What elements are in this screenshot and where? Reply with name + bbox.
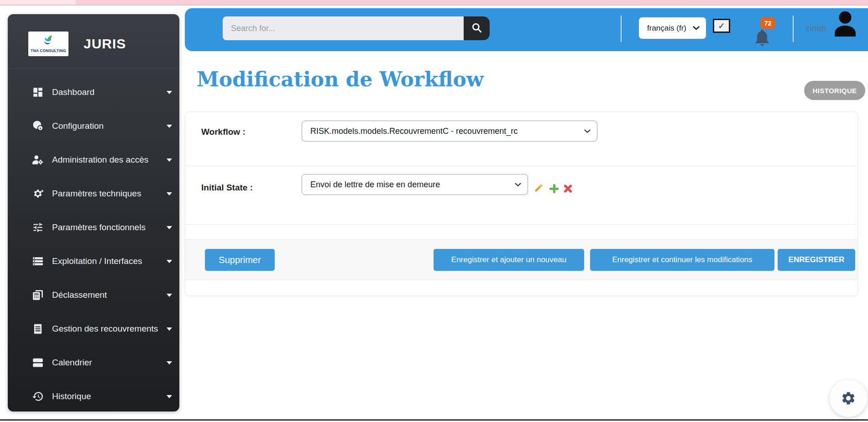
history-clock-icon (32, 390, 44, 402)
sidebar-item-gestion-recouvrements[interactable]: Gestion des recouvrements (8, 312, 179, 346)
sliders-icon (32, 222, 44, 233)
sidebar-item-parametres-fonctionnels[interactable]: Paramètres fonctionnels (8, 211, 179, 244)
sidebar-item-exploitation-interfaces[interactable]: Exploitation / Interfaces (8, 244, 179, 278)
browser-theme-strip (0, 0, 868, 5)
gear-sparkles-icon (32, 188, 44, 200)
enregistrer-button[interactable]: ENREGISTRER (778, 249, 855, 271)
bell-icon (752, 27, 772, 47)
notifications-bell[interactable]: 72 (752, 17, 779, 50)
user-avatar[interactable] (834, 10, 857, 42)
search-input[interactable] (223, 16, 464, 40)
search-button[interactable] (464, 16, 490, 40)
chevron-down-icon (167, 395, 172, 398)
topbar-divider (793, 16, 794, 42)
chevron-down-icon (167, 361, 172, 364)
chevron-down-icon (167, 327, 172, 331)
apply-language-checkbox[interactable]: ✓ (713, 19, 730, 33)
workflow-select[interactable]: RISK.models.models.RecouvrementC - recou… (302, 121, 597, 142)
form-row-divider (185, 224, 858, 225)
sidebar-item-parametres-techniques[interactable]: Paramètres techniques (8, 177, 179, 211)
pencil-icon (534, 183, 544, 195)
form-row-divider (185, 166, 858, 166)
page-title: Modification de Workflow (197, 68, 484, 91)
x-icon (563, 184, 572, 193)
workflow-form-card: Workflow : RISK.models.models.Recouvreme… (185, 111, 858, 296)
chevron-down-icon (167, 226, 172, 229)
logo-caption: TNA CONSULTING (31, 48, 66, 53)
chevron-down-icon (693, 26, 700, 30)
chevron-down-icon (515, 183, 521, 187)
sidebar-menu: Dashboard Configuration Administration d… (8, 75, 179, 413)
search-icon (471, 22, 483, 35)
sidebar-item-dashboard[interactable]: Dashboard (8, 75, 179, 109)
chevron-down-icon (167, 260, 172, 263)
configuration-icon (32, 120, 44, 132)
calculator-copy-icon (32, 289, 44, 301)
notification-count-badge: 72 (760, 17, 775, 29)
initial-state-select[interactable]: Envoi de lettre de mise en demeure (302, 174, 528, 195)
user-icon (834, 10, 857, 42)
supprimer-button[interactable]: Supprimer (205, 249, 275, 271)
window-bottom-edge (0, 419, 868, 421)
initial-state-label: Initial State : (201, 183, 253, 193)
sidebar-item-historique[interactable]: Historique (8, 380, 179, 413)
chevron-down-icon (167, 125, 172, 128)
chevron-down-icon (584, 129, 591, 133)
calendar-bars-icon (32, 357, 44, 369)
save-and-continue-button[interactable]: Enregistrer et continuer les modificatio… (590, 249, 774, 271)
topbar-divider (621, 16, 622, 42)
tna-leaf-icon (41, 35, 56, 48)
save-and-add-button[interactable]: Enregistrer et ajouter un nouveau (434, 249, 584, 271)
user-gear-icon (32, 154, 44, 166)
language-select[interactable]: français (fr) (639, 17, 706, 39)
plus-icon (549, 184, 559, 193)
settings-fab[interactable] (830, 380, 867, 417)
sidebar-item-administration-acces[interactable]: Administration des accès (8, 143, 179, 177)
browser-theme-strip-light (0, 0, 76, 5)
workflow-label: Workflow : (201, 127, 246, 137)
add-initial-state-button[interactable] (549, 183, 559, 194)
app-window: TNA CONSULTING JURIS Dashboard Configura… (0, 0, 868, 422)
sidebar-item-declassement[interactable]: Déclassement (8, 278, 179, 312)
check-icon: ✓ (718, 21, 725, 31)
historique-button[interactable]: HISTORIQUE (804, 81, 865, 100)
app-brand: JURIS (84, 36, 126, 52)
sidebar: TNA CONSULTING JURIS Dashboard Configura… (8, 14, 179, 411)
chevron-down-icon (167, 91, 172, 94)
topbar: français (fr) ✓ 72 zineb (185, 8, 868, 51)
tna-consulting-logo[interactable]: TNA CONSULTING (28, 32, 68, 56)
chevron-down-icon (167, 158, 172, 162)
gear-icon (841, 390, 856, 406)
delete-initial-state-button[interactable] (562, 183, 573, 194)
username-label: zineb (805, 23, 826, 33)
server-stack-icon (32, 255, 44, 267)
browser-theme-strip-border (0, 5, 868, 5)
chevron-down-icon (167, 294, 172, 297)
sidebar-item-configuration[interactable]: Configuration (8, 109, 179, 143)
chevron-down-icon (167, 192, 172, 195)
sidebar-item-calendrier[interactable]: Calendrier (8, 346, 179, 380)
dashboard-icon (32, 86, 44, 98)
edit-initial-state-button[interactable] (533, 183, 544, 194)
receipt-icon (32, 323, 44, 335)
sidebar-divider (8, 69, 179, 69)
